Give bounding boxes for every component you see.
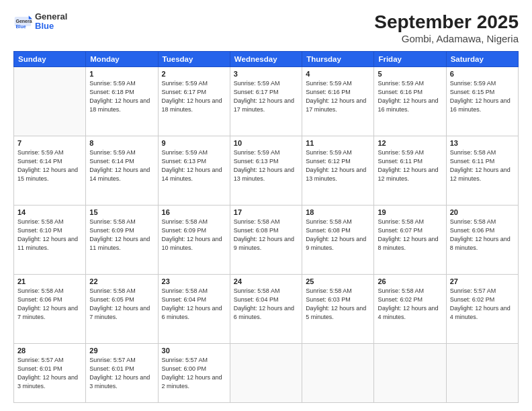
day-number: 23: [162, 277, 226, 285]
day-info: Sunrise: 5:58 AMSunset: 6:04 PMDaylight:…: [162, 287, 226, 322]
day-number: 25: [306, 277, 370, 285]
day-info: Sunrise: 5:59 AMSunset: 6:13 PMDaylight:…: [162, 148, 226, 183]
day-info: Sunrise: 5:58 AMSunset: 6:09 PMDaylight:…: [162, 218, 226, 253]
calendar-cell: 8Sunrise: 5:59 AMSunset: 6:14 PMDaylight…: [86, 136, 158, 205]
calendar-cell: 29Sunrise: 5:57 AMSunset: 6:01 PMDayligh…: [86, 343, 158, 402]
calendar-title: September 2025: [374, 12, 519, 33]
day-number: 11: [306, 139, 370, 147]
day-number: 4: [306, 70, 370, 78]
day-info: Sunrise: 5:58 AMSunset: 6:11 PMDaylight:…: [450, 148, 515, 183]
calendar-cell: 28Sunrise: 5:57 AMSunset: 6:01 PMDayligh…: [14, 343, 86, 402]
day-number: 6: [450, 70, 515, 78]
day-info: Sunrise: 5:57 AMSunset: 6:02 PMDaylight:…: [450, 287, 515, 322]
day-info: Sunrise: 5:59 AMSunset: 6:13 PMDaylight:…: [234, 148, 298, 183]
day-number: 19: [378, 208, 442, 216]
weekday-header-monday: Monday: [86, 51, 158, 66]
calendar-cell: 5Sunrise: 5:59 AMSunset: 6:16 PMDaylight…: [374, 66, 446, 136]
day-info: Sunrise: 5:59 AMSunset: 6:14 PMDaylight:…: [17, 148, 82, 183]
weekday-header-row: SundayMondayTuesdayWednesdayThursdayFrid…: [14, 51, 519, 66]
day-number: 29: [89, 347, 154, 355]
day-number: 26: [378, 277, 442, 285]
calendar-table: SundayMondayTuesdayWednesdayThursdayFrid…: [13, 51, 519, 403]
calendar-cell: 30Sunrise: 5:57 AMSunset: 6:00 PMDayligh…: [158, 343, 230, 402]
week-row-4: 21Sunrise: 5:58 AMSunset: 6:06 PMDayligh…: [14, 274, 519, 343]
day-info: Sunrise: 5:58 AMSunset: 6:08 PMDaylight:…: [234, 218, 298, 253]
calendar-cell: 25Sunrise: 5:58 AMSunset: 6:03 PMDayligh…: [302, 274, 374, 343]
calendar-cell: 26Sunrise: 5:58 AMSunset: 6:02 PMDayligh…: [374, 274, 446, 343]
day-number: 9: [162, 139, 226, 147]
calendar-cell: 4Sunrise: 5:59 AMSunset: 6:16 PMDaylight…: [302, 66, 374, 136]
day-info: Sunrise: 5:59 AMSunset: 6:16 PMDaylight:…: [378, 79, 442, 114]
day-info: Sunrise: 5:59 AMSunset: 6:17 PMDaylight:…: [162, 79, 226, 114]
day-info: Sunrise: 5:58 AMSunset: 6:06 PMDaylight:…: [17, 287, 82, 322]
day-info: Sunrise: 5:59 AMSunset: 6:17 PMDaylight:…: [234, 79, 298, 114]
day-info: Sunrise: 5:59 AMSunset: 6:18 PMDaylight:…: [89, 79, 154, 114]
day-info: Sunrise: 5:58 AMSunset: 6:10 PMDaylight:…: [17, 218, 82, 253]
day-number: 15: [89, 208, 154, 216]
calendar-cell: [446, 343, 518, 402]
day-number: 22: [89, 277, 154, 285]
day-number: 1: [89, 70, 154, 78]
day-number: 30: [162, 347, 226, 355]
day-info: Sunrise: 5:58 AMSunset: 6:05 PMDaylight:…: [89, 287, 154, 322]
calendar-cell: 14Sunrise: 5:58 AMSunset: 6:10 PMDayligh…: [14, 205, 86, 274]
week-row-1: 1Sunrise: 5:59 AMSunset: 6:18 PMDaylight…: [14, 66, 519, 136]
calendar-cell: 27Sunrise: 5:57 AMSunset: 6:02 PMDayligh…: [446, 274, 518, 343]
day-number: 28: [17, 347, 82, 355]
day-number: 2: [162, 70, 226, 78]
weekday-header-sunday: Sunday: [14, 51, 86, 66]
calendar-cell: 16Sunrise: 5:58 AMSunset: 6:09 PMDayligh…: [158, 205, 230, 274]
day-number: 13: [450, 139, 515, 147]
day-info: Sunrise: 5:59 AMSunset: 6:16 PMDaylight:…: [306, 79, 370, 114]
week-row-3: 14Sunrise: 5:58 AMSunset: 6:10 PMDayligh…: [14, 205, 519, 274]
day-number: 3: [234, 70, 298, 78]
day-info: Sunrise: 5:58 AMSunset: 6:07 PMDaylight:…: [378, 218, 442, 253]
calendar-cell: 21Sunrise: 5:58 AMSunset: 6:06 PMDayligh…: [14, 274, 86, 343]
logo-general-text: General: [35, 12, 67, 21]
calendar-cell: 22Sunrise: 5:58 AMSunset: 6:05 PMDayligh…: [86, 274, 158, 343]
calendar-cell: 11Sunrise: 5:59 AMSunset: 6:12 PMDayligh…: [302, 136, 374, 205]
day-info: Sunrise: 5:57 AMSunset: 6:01 PMDaylight:…: [17, 356, 82, 391]
calendar-cell: 6Sunrise: 5:59 AMSunset: 6:15 PMDaylight…: [446, 66, 518, 136]
weekday-header-tuesday: Tuesday: [158, 51, 230, 66]
day-info: Sunrise: 5:59 AMSunset: 6:15 PMDaylight:…: [450, 79, 515, 114]
logo-blue-text: Blue: [35, 21, 67, 31]
day-info: Sunrise: 5:58 AMSunset: 6:04 PMDaylight:…: [234, 287, 298, 322]
day-info: Sunrise: 5:58 AMSunset: 6:09 PMDaylight:…: [89, 218, 154, 253]
day-number: 24: [234, 277, 298, 285]
header: General Blue General Blue September 2025…: [13, 12, 519, 44]
day-info: Sunrise: 5:58 AMSunset: 6:03 PMDaylight:…: [306, 287, 370, 322]
calendar-cell: 1Sunrise: 5:59 AMSunset: 6:18 PMDaylight…: [86, 66, 158, 136]
calendar-cell: 19Sunrise: 5:58 AMSunset: 6:07 PMDayligh…: [374, 205, 446, 274]
weekday-header-saturday: Saturday: [446, 51, 518, 66]
logo: General Blue General Blue: [13, 12, 67, 32]
calendar-cell: 20Sunrise: 5:58 AMSunset: 6:06 PMDayligh…: [446, 205, 518, 274]
calendar-cell: 15Sunrise: 5:58 AMSunset: 6:09 PMDayligh…: [86, 205, 158, 274]
calendar-cell: 18Sunrise: 5:58 AMSunset: 6:08 PMDayligh…: [302, 205, 374, 274]
svg-text:Blue: Blue: [16, 24, 26, 29]
day-number: 5: [378, 70, 442, 78]
day-number: 8: [89, 139, 154, 147]
calendar-cell: 2Sunrise: 5:59 AMSunset: 6:17 PMDaylight…: [158, 66, 230, 136]
logo-icon: General Blue: [13, 12, 32, 31]
calendar-cell: 23Sunrise: 5:58 AMSunset: 6:04 PMDayligh…: [158, 274, 230, 343]
weekday-header-friday: Friday: [374, 51, 446, 66]
day-info: Sunrise: 5:59 AMSunset: 6:11 PMDaylight:…: [378, 148, 442, 183]
day-number: 10: [234, 139, 298, 147]
day-info: Sunrise: 5:59 AMSunset: 6:14 PMDaylight:…: [89, 148, 154, 183]
day-info: Sunrise: 5:58 AMSunset: 6:08 PMDaylight:…: [306, 218, 370, 253]
day-info: Sunrise: 5:57 AMSunset: 6:01 PMDaylight:…: [89, 356, 154, 391]
day-number: 18: [306, 208, 370, 216]
day-number: 20: [450, 208, 515, 216]
week-row-2: 7Sunrise: 5:59 AMSunset: 6:14 PMDaylight…: [14, 136, 519, 205]
title-block: September 2025 Gombi, Adamawa, Nigeria: [374, 12, 519, 44]
week-row-5: 28Sunrise: 5:57 AMSunset: 6:01 PMDayligh…: [14, 343, 519, 402]
day-number: 21: [17, 277, 82, 285]
day-info: Sunrise: 5:57 AMSunset: 6:00 PMDaylight:…: [162, 356, 226, 391]
day-number: 16: [162, 208, 226, 216]
calendar-cell: 24Sunrise: 5:58 AMSunset: 6:04 PMDayligh…: [230, 274, 302, 343]
calendar-cell: 3Sunrise: 5:59 AMSunset: 6:17 PMDaylight…: [230, 66, 302, 136]
day-number: 17: [234, 208, 298, 216]
day-number: 12: [378, 139, 442, 147]
calendar-cell: [14, 66, 86, 136]
